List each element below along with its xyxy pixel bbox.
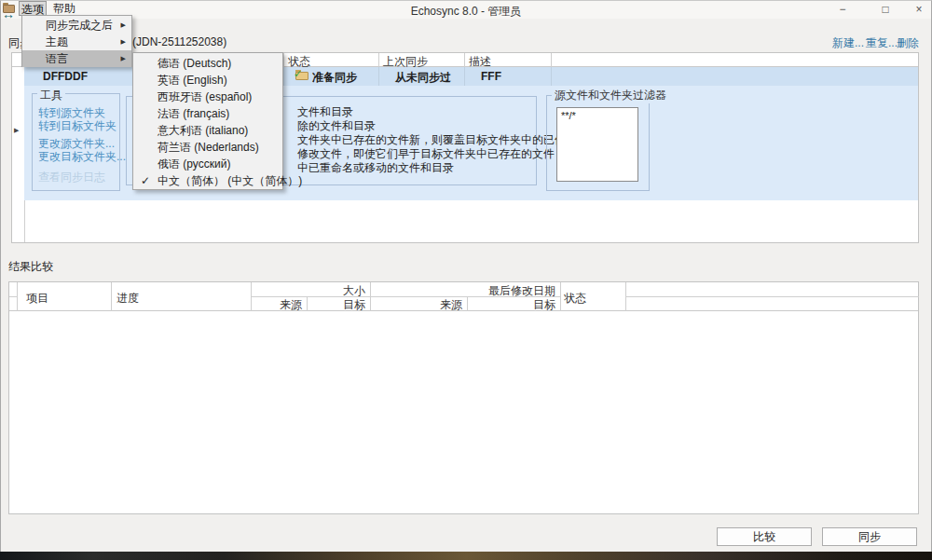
submenu-item-german[interactable]: 德语 (Deutsch) <box>133 55 282 72</box>
results-table: 项目 进度 大小 来源 目标 最后修改日期 来源 目标 状态 <box>8 281 919 514</box>
submenu-item-english[interactable]: 英语 (English) <box>133 72 282 89</box>
view-sync-log-link: 查看同步日志 <box>38 170 105 185</box>
sync-button[interactable]: 同步 <box>822 527 917 546</box>
submenu-item-dutch[interactable]: 荷兰语 (Nederlands) <box>133 139 282 156</box>
profile-last-sync: 从未同步过 <box>395 70 451 86</box>
column-header-size-target[interactable]: 目标 <box>319 297 365 313</box>
column-header-size-source[interactable]: 来源 <box>255 297 302 313</box>
column-header-progress[interactable]: 进度 <box>116 291 139 307</box>
column-header-modified-source[interactable]: 来源 <box>416 297 462 313</box>
profile-status: 准备同步 <box>312 70 357 86</box>
options-menu: 同步完成之后 ▶ 主题 ▶ 语言 ▶ <box>21 15 132 67</box>
app-sync-folder-icon: ↔ <box>3 2 18 20</box>
sync-option-text: 中已重命名或移动的文件和目录 <box>297 160 454 176</box>
goto-target-folder-link[interactable]: 转到目标文件夹 <box>38 118 116 134</box>
results-section-title: 结果比较 <box>8 259 53 275</box>
close-icon[interactable]: × <box>905 1 932 19</box>
submenu-item-french[interactable]: 法语 (français) <box>133 105 282 122</box>
delete-profile-link[interactable]: 删除 <box>897 35 919 51</box>
profile-description: FFF <box>481 70 501 83</box>
profile-name: DFFDDF <box>43 70 88 83</box>
new-profile-link[interactable]: 新建... <box>832 35 864 51</box>
language-submenu: 德语 (Deutsch) 英语 (English) 西班牙语 (español)… <box>132 52 283 190</box>
menubar-options[interactable]: 选项 <box>19 1 47 16</box>
desktop-wallpaper-strip <box>0 552 932 560</box>
compare-button[interactable]: 比较 <box>717 527 812 546</box>
title-bar: ↔ Echosync 8.0 - 管理员 选项 帮助 − □ × <box>1 1 931 19</box>
results-table-header: 项目 进度 大小 来源 目标 最后修改日期 来源 目标 状态 <box>9 282 918 311</box>
maximize-icon[interactable]: □ <box>871 1 899 19</box>
window-title: Echosync 8.0 - 管理员 <box>1 4 931 20</box>
menu-item-theme[interactable]: 主题 ▶ <box>22 34 131 50</box>
check-icon: ✓ <box>141 172 150 189</box>
column-header-result-status[interactable]: 状态 <box>564 291 586 307</box>
tools-groupbox-title: 工具 <box>37 88 65 103</box>
submenu-arrow-icon: ▶ <box>121 55 126 62</box>
submenu-item-italian[interactable]: 意大利语 (italiano) <box>133 122 282 139</box>
menu-item-after-sync[interactable]: 同步完成之后 ▶ <box>22 17 131 34</box>
submenu-item-spanish[interactable]: 西班牙语 (español) <box>133 89 282 105</box>
sync-arrows-icon: ↔ <box>2 7 15 21</box>
change-target-folder-link[interactable]: 更改目标文件夹... <box>38 149 126 165</box>
profiles-section-id: (JDN-2511252038) <box>132 35 226 48</box>
source-filter-input[interactable] <box>556 107 638 182</box>
column-header-modified-target[interactable]: 目标 <box>509 297 555 313</box>
submenu-item-russian[interactable]: 俄语 (русский) <box>133 156 282 172</box>
minimize-icon[interactable]: − <box>829 1 857 19</box>
menu-item-language[interactable]: 语言 ▶ <box>22 50 131 67</box>
submenu-arrow-icon: ▶ <box>121 21 126 29</box>
column-header-item[interactable]: 项目 <box>26 291 48 307</box>
submenu-item-chinese-simplified[interactable]: ✓ 中文（简体） (中文（简体）) <box>133 172 282 189</box>
source-filter-title: 源文件和文件夹过滤器 <box>552 88 669 103</box>
row-expander-icon[interactable]: ▶ <box>14 127 19 134</box>
folder-check-icon: ✓ <box>295 70 308 80</box>
submenu-arrow-icon: ▶ <box>121 38 126 46</box>
app-window: ↔ Echosync 8.0 - 管理员 选项 帮助 − □ × 同步 (JDN… <box>0 0 932 552</box>
menubar-help[interactable]: 帮助 <box>50 1 78 16</box>
duplicate-profile-link[interactable]: 重复... <box>866 35 898 51</box>
